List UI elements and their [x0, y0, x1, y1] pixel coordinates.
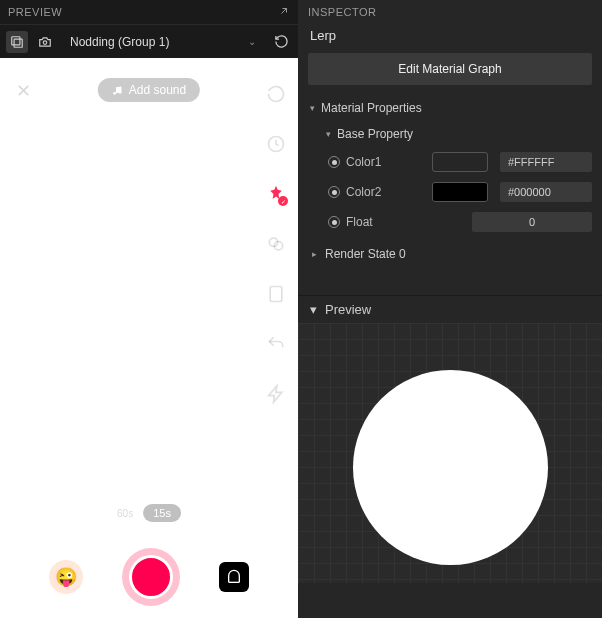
check-badge-icon: ✓ [278, 196, 288, 206]
effects-button[interactable]: 😜 [49, 560, 83, 594]
add-sound-label: Add sound [129, 83, 186, 97]
duration-selector: 60s 15s [117, 504, 181, 522]
color1-swatch[interactable] [432, 152, 488, 172]
bottom-bar: 😜 [0, 548, 298, 606]
chevron-down-icon: ▾ [310, 302, 317, 317]
chevron-down-icon: ▾ [326, 129, 331, 139]
add-sound-button[interactable]: Add sound [98, 78, 200, 102]
chevron-down-icon: ▾ [310, 103, 315, 113]
float-field[interactable]: 0 [472, 212, 592, 232]
record-button[interactable] [122, 548, 180, 606]
section-material-properties[interactable]: ▾ Material Properties [298, 95, 602, 121]
section-render-state[interactable]: ▸ Render State 0 [298, 237, 602, 271]
inspector-preview-section: ▾ Preview [298, 295, 602, 583]
phone-canvas: ✕ Add sound ✓ 60s 15s 😜 [0, 58, 298, 618]
refresh-icon[interactable] [270, 31, 292, 53]
svg-rect-1 [14, 39, 22, 47]
svg-rect-8 [270, 287, 282, 302]
section-label: Render State 0 [325, 247, 406, 261]
section-base-property[interactable]: ▾ Base Property [298, 121, 602, 147]
material-preview-canvas[interactable] [298, 323, 602, 583]
radio-icon[interactable] [328, 186, 340, 198]
side-toolbar: ✓ [262, 76, 290, 412]
chevron-right-icon: ▸ [312, 249, 317, 259]
svg-point-4 [119, 90, 122, 93]
property-color1: Color1 #FFFFFF [298, 147, 602, 177]
preview-title: PREVIEW [8, 6, 62, 18]
effects-icon[interactable]: ✓ [262, 176, 290, 212]
section-preview[interactable]: ▾ Preview [298, 295, 602, 323]
preview-toolbar: Nodding (Group 1) ⌄ [0, 24, 298, 58]
property-label: Float [346, 215, 426, 229]
property-label: Color2 [346, 185, 426, 199]
inspector-title: INSPECTOR [298, 0, 602, 24]
speed-icon[interactable] [262, 126, 290, 162]
color1-hex-field[interactable]: #FFFFFF [500, 152, 592, 172]
upload-button[interactable] [219, 562, 249, 592]
color2-swatch[interactable] [432, 182, 488, 202]
radio-icon[interactable] [328, 216, 340, 228]
chevron-down-icon: ⌄ [248, 36, 256, 47]
duration-15s[interactable]: 15s [143, 504, 181, 522]
preview-header: PREVIEW [0, 0, 298, 24]
section-label: Material Properties [321, 101, 422, 115]
timer-icon[interactable] [262, 276, 290, 312]
reply-icon[interactable] [262, 326, 290, 362]
animation-name: Nodding (Group 1) [70, 35, 169, 49]
svg-point-2 [43, 40, 47, 44]
record-inner-icon [129, 555, 173, 599]
popout-icon[interactable] [278, 5, 290, 20]
beauty-icon[interactable] [262, 226, 290, 262]
property-float: Float 0 [298, 207, 602, 237]
svg-point-3 [113, 91, 116, 94]
color2-hex-field[interactable]: #000000 [500, 182, 592, 202]
preview-sphere [353, 370, 548, 565]
radio-icon[interactable] [328, 156, 340, 168]
camera-icon[interactable] [34, 31, 56, 53]
section-label: Base Property [337, 127, 413, 141]
inspector-node-name: Lerp [298, 24, 602, 53]
svg-rect-0 [12, 36, 20, 44]
preview-panel: PREVIEW Nodding (Group 1) ⌄ ✕ Add sound [0, 0, 298, 618]
music-note-icon [112, 85, 123, 96]
flip-icon[interactable] [262, 76, 290, 112]
inspector-panel: INSPECTOR Lerp Edit Material Graph ▾ Mat… [298, 0, 602, 618]
property-label: Color1 [346, 155, 426, 169]
property-color2: Color2 #000000 [298, 177, 602, 207]
close-icon[interactable]: ✕ [16, 80, 31, 102]
duration-60s[interactable]: 60s [117, 508, 133, 519]
edit-material-graph-button[interactable]: Edit Material Graph [308, 53, 592, 85]
animation-dropdown[interactable]: Nodding (Group 1) ⌄ [62, 31, 264, 53]
device-frame-icon[interactable] [6, 31, 28, 53]
section-label: Preview [325, 302, 371, 317]
flash-icon[interactable] [262, 376, 290, 412]
